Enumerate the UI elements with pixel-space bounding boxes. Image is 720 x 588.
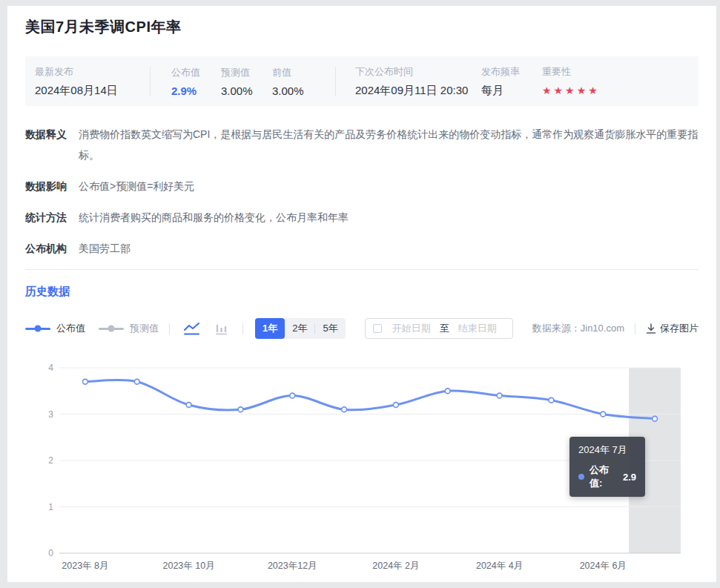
download-icon [646, 323, 656, 334]
x-tick-label: 2023年 10月 [162, 561, 214, 571]
x-tick-label: 2024年 4月 [476, 561, 523, 571]
detail-text: 消费物价指数英文缩写为CPI，是根据与居民生活有关的产品及劳务价格统计出来的物价… [79, 124, 698, 165]
published-value-label: 公布值 [171, 66, 221, 79]
detail-section: 数据释义 消费物价指数英文缩写为CPI，是根据与居民生活有关的产品及劳务价格统计… [25, 124, 698, 259]
data-point[interactable] [134, 379, 139, 384]
data-point[interactable] [394, 403, 399, 408]
summary-divider [335, 67, 336, 96]
section-divider [25, 269, 698, 270]
y-tick-label: 2 [48, 455, 53, 466]
latest-release-label: 最新发布 [35, 65, 150, 79]
y-tick-label: 0 [48, 548, 53, 558]
data-point[interactable] [445, 389, 450, 394]
importance-label: 重要性 [542, 65, 600, 79]
next-release-label: 下次公布时间 [355, 65, 481, 79]
series-line [85, 380, 655, 418]
data-source-label: 数据来源：Jin10.com [532, 322, 624, 335]
latest-release-value: 2024年08月14日 [35, 84, 150, 98]
detail-label: 公布机构 [25, 238, 79, 259]
detail-row-agency: 公布机构 美国劳工部 [25, 238, 698, 259]
y-tick-label: 3 [48, 409, 53, 420]
summary-bar: 最新发布 2024年08月14日 公布值 2.9% 预测值 3.00% 前值 3… [25, 56, 698, 106]
controls-divider [635, 323, 635, 334]
forecast-value: 预测值 3.00% [221, 66, 272, 97]
legend-forecast-label: 预测值 [130, 322, 159, 335]
y-tick-label: 4 [48, 363, 53, 373]
previous-value-number: 3.00% [272, 85, 335, 97]
detail-label: 统计方法 [25, 207, 79, 228]
chart-tooltip: 2024年 7月 公布值: 2.9 [569, 437, 645, 497]
frequency: 发布频率 每月 [481, 65, 542, 98]
legend-published[interactable]: 公布值 [25, 322, 85, 335]
detail-row-impact: 数据影响 公布值>预测值=利好美元 [25, 176, 698, 196]
save-image-label: 保存图片 [660, 322, 698, 335]
y-tick-label: 1 [48, 502, 53, 512]
data-point[interactable] [549, 397, 554, 403]
tab-1year[interactable]: 1年 [255, 318, 285, 339]
frequency-label: 发布频率 [481, 65, 542, 79]
history-line-chart[interactable]: 012342023年 8月2023年 10月2023年12月2024年 2月20… [25, 349, 698, 587]
data-point[interactable] [653, 416, 658, 421]
tooltip-series-dot-icon [578, 474, 584, 480]
x-tick-label: 2023年 8月 [62, 561, 108, 571]
save-image-button[interactable]: 保存图片 [646, 322, 698, 335]
data-point[interactable] [497, 393, 502, 398]
legend-published-marker-icon [25, 328, 50, 330]
content-card: 美国7月未季调CPI年率 最新发布 2024年08月14日 公布值 2.9% 预… [7, 6, 716, 582]
detail-text: 统计消费者购买的商品和服务的价格变化，公布月率和年率 [79, 207, 698, 228]
data-point[interactable] [342, 407, 347, 412]
date-to-label: 至 [440, 322, 449, 335]
start-date-placeholder: 开始日期 [392, 322, 431, 335]
chart-controls: 公布值 预测值 1年 2年 5年 开始日期 至 结束日期 数据来源：Jin10.… [25, 318, 698, 339]
published-value-number: 2.9% [171, 85, 221, 97]
tooltip-date: 2024年 7月 [578, 443, 636, 457]
next-release-value: 2024年09月11日 20:30 [355, 84, 481, 98]
controls-divider [242, 323, 243, 334]
x-tick-label: 2024年 2月 [372, 561, 419, 571]
data-point[interactable] [186, 403, 191, 408]
calendar-icon [373, 324, 382, 333]
tooltip-value: 2.9 [623, 472, 636, 483]
forecast-value-number: 3.00% [221, 85, 272, 97]
history-data-heading[interactable]: 历史数据 [25, 285, 698, 299]
date-range-picker[interactable]: 开始日期 至 结束日期 [365, 318, 513, 339]
data-point[interactable] [290, 393, 295, 398]
data-point[interactable] [83, 379, 88, 384]
data-point[interactable] [238, 407, 243, 412]
end-date-placeholder: 结束日期 [458, 322, 497, 335]
frequency-value: 每月 [481, 84, 542, 98]
x-tick-label: 2023年12月 [268, 561, 317, 571]
detail-label: 数据释义 [25, 124, 79, 165]
detail-row-definition: 数据释义 消费物价指数英文缩写为CPI，是根据与居民生活有关的产品及劳务价格统计… [25, 124, 698, 165]
detail-text: 公布值>预测值=利好美元 [79, 176, 698, 196]
previous-value-label: 前值 [272, 66, 335, 79]
forecast-value-label: 预测值 [221, 66, 272, 79]
legend-forecast-marker-icon [99, 328, 124, 330]
importance-stars-icon: ★★★★★ [542, 84, 600, 97]
bar-chart-icon[interactable] [210, 320, 232, 337]
previous-value: 前值 3.00% [272, 66, 335, 97]
x-tick-label: 2024年 6月 [580, 561, 627, 571]
next-release: 下次公布时间 2024年09月11日 20:30 [355, 65, 481, 98]
published-value: 公布值 2.9% [171, 66, 221, 97]
range-tab-group: 1年 2年 5年 [255, 318, 346, 339]
tooltip-series-label: 公布值: [589, 463, 620, 490]
latest-release: 最新发布 2024年08月14日 [35, 65, 150, 98]
detail-row-method: 统计方法 统计消费者购买的商品和服务的价格变化，公布月率和年率 [25, 207, 698, 228]
tab-2year[interactable]: 2年 [285, 318, 314, 339]
line-chart-icon[interactable] [180, 320, 202, 337]
detail-text: 美国劳工部 [79, 238, 698, 259]
tab-5year[interactable]: 5年 [315, 318, 345, 339]
data-point[interactable] [601, 412, 606, 417]
legend-published-label: 公布值 [56, 322, 85, 335]
page-title: 美国7月未季调CPI年率 [25, 16, 698, 37]
controls-divider [169, 323, 170, 334]
legend-forecast[interactable]: 预测值 [99, 322, 159, 335]
importance: 重要性 ★★★★★ [542, 65, 600, 97]
summary-divider [150, 67, 151, 96]
detail-label: 数据影响 [25, 176, 79, 196]
